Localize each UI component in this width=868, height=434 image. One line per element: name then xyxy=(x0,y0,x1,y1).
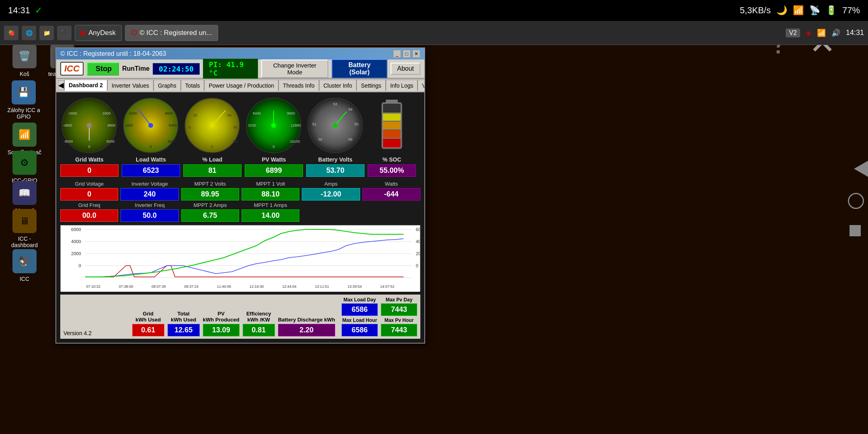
grid-voltage-label: Grid Voltage xyxy=(75,181,104,187)
tab-inverter-values[interactable]: Inverter Values xyxy=(107,80,154,91)
anydesk-label: AnyDesk xyxy=(88,29,116,37)
minimize-button[interactable]: _ xyxy=(393,50,401,58)
desktop-icon-icc-gpio[interactable]: ⚙ ICC-GPIO xyxy=(6,151,43,184)
clock: 14:31 xyxy=(8,5,30,16)
svg-point-9 xyxy=(87,123,92,128)
stat-battery-discharge-value: 2.20 xyxy=(278,324,335,336)
desktop-icon-icc-dash[interactable]: 🖥 ICC - dashboard vi... xyxy=(6,209,43,255)
svg-text:0: 0 xyxy=(272,145,274,149)
main-window: © ICC : Registered until : 18-04-2063 _ … xyxy=(55,47,425,344)
svg-text:12:44:04: 12:44:04 xyxy=(282,285,297,289)
svg-point-45 xyxy=(333,123,338,128)
svg-text:11:40:06: 11:40:06 xyxy=(217,285,231,289)
runtime-label: RunTime xyxy=(122,65,149,72)
gauge-soc-label: % SOC xyxy=(383,156,401,163)
tab-totals[interactable]: Totals xyxy=(181,80,205,91)
svg-text:2000: 2000 xyxy=(71,251,81,256)
files-icon[interactable]: 📁 xyxy=(39,26,54,40)
speaker-icon: 🔊 xyxy=(831,29,840,37)
anydesk-app[interactable]: ▶ AnyDesk xyxy=(75,25,122,41)
tab-cluster-info[interactable]: Cluster Info xyxy=(319,80,357,91)
mppt1-volt-value: 88.10 xyxy=(242,188,299,201)
inverter-freq-label: Inverter Freq xyxy=(135,202,164,208)
metric-watts: Watts -644 xyxy=(362,181,420,201)
max-pv-day-value: 7443 xyxy=(381,303,417,316)
tab-prev-button[interactable]: ◀ xyxy=(58,80,64,90)
max-pv-hour: Max Pv Hour 7443 xyxy=(381,317,417,336)
tab-victron-mppt[interactable]: Victron MPPT xyxy=(418,80,424,91)
svg-text:-8000: -8000 xyxy=(63,139,73,143)
window-titlebar: © ICC : Registered until : 18-04-2063 _ … xyxy=(56,48,424,59)
gauge-pv-watts: 6440 9660 3220 12880 0 16100 PV Watts 68… xyxy=(245,96,303,177)
close-button[interactable]: ✕ xyxy=(412,50,420,58)
svg-point-18 xyxy=(148,123,153,128)
icc-label: ICC xyxy=(20,276,29,282)
inverter-mode-button[interactable]: Change Inverter Mode xyxy=(261,59,328,78)
anydesk-icon: ▶ xyxy=(81,29,86,37)
mppt1-amps-value: 14.00 xyxy=(242,209,299,222)
gauge-grid-watts-value: 0 xyxy=(60,164,119,177)
window-controls: _ □ ✕ xyxy=(393,50,420,58)
max-pv-hour-label: Max Pv Hour xyxy=(385,317,414,323)
status-bar-right: 5,3KB/s 🌙 📶 📡 🔋 77% xyxy=(740,5,860,16)
stat-grid-kwh-label: GridkWh Used xyxy=(135,311,161,323)
gauge-battery-volts: 53 54 55 56 50 51 Battery Volts 53.70 xyxy=(306,96,364,177)
svg-text:1600: 1600 xyxy=(102,111,111,115)
desktop-icon-trash[interactable]: 🗑️ Koš xyxy=(6,44,43,77)
runtime-value: 02:24:50 xyxy=(153,63,200,75)
anydesk-right-icon: ◈ xyxy=(806,29,811,37)
maximize-button[interactable]: □ xyxy=(403,50,411,58)
battery-soc-container: % SOC 55.00% xyxy=(368,96,416,177)
battery-soc-svg xyxy=(376,96,408,155)
max-load-hour-label: Max Load Hour xyxy=(342,317,377,323)
svg-text:16100: 16100 xyxy=(290,139,300,143)
svg-text:-1600: -1600 xyxy=(68,111,77,115)
metric-grid-freq: Grid Freq 00.0 xyxy=(60,202,118,222)
stat-total-kwh-label: TotalkWh Used xyxy=(171,311,196,323)
tab-threads-info[interactable]: Threads Info xyxy=(278,80,319,91)
svg-text:4800: 4800 xyxy=(107,123,115,127)
chart-area: 6000 4000 2000 0 6000 4000 2000 0 07:10:… xyxy=(60,225,420,291)
tab-power-usage[interactable]: Power Usage / Production xyxy=(204,80,278,91)
svg-text:80: 80 xyxy=(233,125,237,129)
mppt2-amps-value: 6.75 xyxy=(181,209,239,222)
icc-app[interactable]: ⬡ © ICC : Registered un... xyxy=(125,25,218,41)
battery-mode-button[interactable]: Battery (Solar) xyxy=(332,59,387,78)
browser-icon[interactable]: 🌐 xyxy=(22,26,36,40)
tab-settings[interactable]: Settings xyxy=(356,80,386,91)
version-badge: V2 xyxy=(786,29,800,37)
svg-text:0: 0 xyxy=(416,263,418,268)
tab-dashboard2[interactable]: Dashboard 2 xyxy=(64,80,107,91)
amps-label: Amps xyxy=(324,181,338,187)
triangle-nav-icon[interactable] xyxy=(854,161,868,177)
svg-text:08:07:39: 08:07:39 xyxy=(151,285,166,289)
inverter-voltage-value: 240 xyxy=(121,188,178,201)
tab-info-logs[interactable]: Info Logs xyxy=(386,80,418,91)
icc-icon: 🦅 xyxy=(12,249,37,273)
raspberry-icon[interactable]: 🍓 xyxy=(4,26,18,40)
svg-rect-57 xyxy=(61,225,420,292)
mppt2-volts-label: MPPT 2 Volts xyxy=(194,181,226,187)
stat-efficiency-label: EfficiencykWh /KW xyxy=(246,311,271,323)
tab-graphs[interactable]: Graphs xyxy=(154,80,181,91)
svg-text:6000: 6000 xyxy=(416,227,420,232)
checkmark-icon: ✓ xyxy=(35,5,42,16)
circle-icon[interactable] xyxy=(848,193,864,209)
icc-dash-icon: 🖥 xyxy=(12,209,37,233)
status-bar: 14:31 ✓ 5,3KB/s 🌙 📶 📡 🔋 77% xyxy=(0,0,868,21)
taskbar-right: V2 ◈ 📶 🔊 14:31 xyxy=(786,29,864,37)
svg-text:54: 54 xyxy=(348,107,352,111)
max-pv-day-label: Max Pv Day xyxy=(386,297,413,303)
app-header: ICC Stop RunTime 02:24:50 PI: 41.9 °C Ch… xyxy=(56,59,424,79)
svg-text:56: 56 xyxy=(348,137,352,141)
desktop-icon-icc[interactable]: 🦅 ICC xyxy=(6,249,43,282)
svg-text:4000: 4000 xyxy=(71,239,81,244)
stat-pv-kwh: PVkWh Produced 13.09 xyxy=(203,311,240,336)
terminal-icon[interactable]: ⬛ xyxy=(57,26,72,40)
desktop-icon-zalohy[interactable]: 💾 Zálohy ICC a GPIO xyxy=(6,80,42,120)
about-button[interactable]: About xyxy=(391,63,420,75)
svg-text:55: 55 xyxy=(354,122,358,126)
stop-button[interactable]: Stop xyxy=(87,62,119,76)
square-icon[interactable] xyxy=(850,225,861,236)
max-load-hour: Max Load Hour 6586 xyxy=(342,317,378,336)
